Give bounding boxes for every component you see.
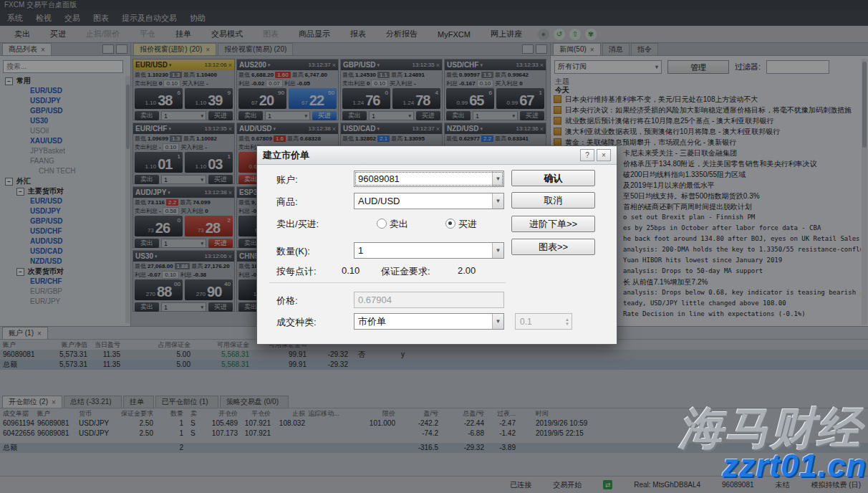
account-select[interactable]: 96089081 ▼ <box>354 171 504 187</box>
help-icon[interactable]: ? <box>580 149 594 161</box>
account-label: 账户: <box>276 173 298 186</box>
watermark-url: zzrt01.cn <box>722 447 867 484</box>
range-spinner: 0.1 ▲▼ <box>515 313 572 330</box>
amount-select[interactable]: 1 ▼ <box>354 242 504 259</box>
per-pip-label: 按每点计: <box>276 265 317 278</box>
price-input: 0.67904 <box>354 292 504 308</box>
advanced-order-button[interactable]: 进阶下单>> <box>511 216 595 232</box>
radio-checked-icon[interactable] <box>445 219 455 229</box>
chevron-down-icon[interactable]: ▼ <box>492 193 503 209</box>
amount-label: 数量(K): <box>276 245 310 258</box>
chart-button[interactable]: 图表>> <box>511 239 595 255</box>
order-type-label: 成交种类: <box>276 316 317 329</box>
spinner-down-icon: ▼ <box>565 322 569 326</box>
symbol-label: 商品: <box>276 196 298 209</box>
chevron-down-icon[interactable]: ▼ <box>492 314 503 329</box>
price-label: 价格: <box>276 295 298 307</box>
chevron-down-icon[interactable]: ▼ <box>492 243 503 258</box>
margin-value: 2.00 <box>458 265 476 276</box>
divider <box>269 282 506 283</box>
trading-platform-window: FXCM 交易平台桌面版 系统检视交易图表提示及自动交易协助 卖出买进止损/限价… <box>0 0 868 493</box>
cancel-button[interactable]: 取消 <box>511 192 595 209</box>
order-type-select[interactable]: 市价单 ▼ <box>354 313 504 330</box>
dialog-titlebar: 建立市价单 ? × <box>257 146 617 165</box>
buy-radio[interactable]: 买进 <box>445 218 477 231</box>
confirm-button[interactable]: 确认 <box>511 170 595 186</box>
create-market-order-dialog: 建立市价单 ? × 账户: 96089081 ▼ 确认 商品: AUD/USD … <box>256 145 617 345</box>
per-pip-value: 0.10 <box>342 265 360 276</box>
margin-label: 保证金要求: <box>381 265 430 278</box>
chevron-down-icon[interactable]: ▼ <box>492 171 503 186</box>
symbol-select[interactable]: AUD/USD ▼ <box>354 193 504 209</box>
side-label: 卖出/买进: <box>276 218 319 231</box>
radio-icon[interactable] <box>377 219 387 229</box>
dialog-title: 建立市价单 <box>263 149 309 162</box>
close-icon[interactable]: × <box>597 149 611 161</box>
sell-radio[interactable]: 卖出 <box>377 218 408 231</box>
